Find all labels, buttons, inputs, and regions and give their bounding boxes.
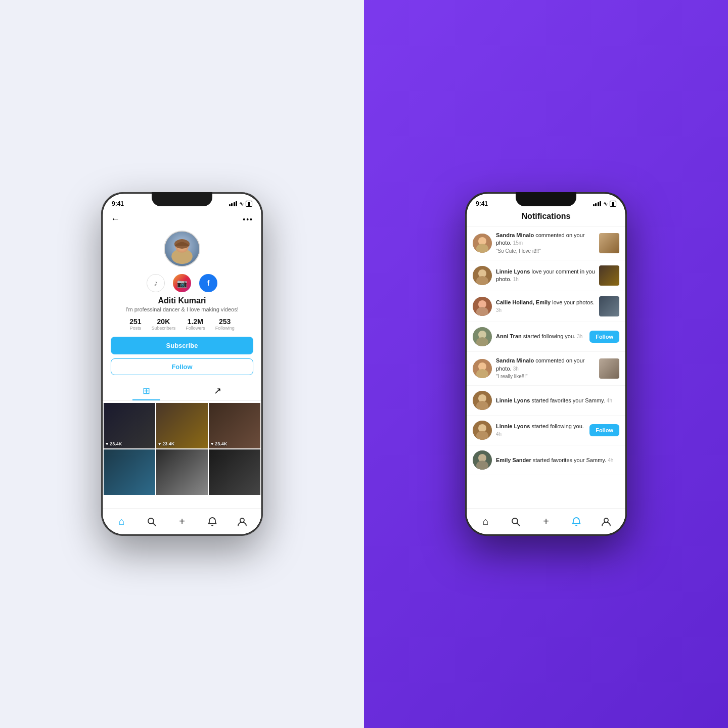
stat-followers-value: 1.2M [188, 317, 203, 326]
battery-icon: ▮ [246, 201, 252, 207]
grid-item-3[interactable]: ♥ 23.4K [209, 403, 260, 448]
svg-point-6 [240, 518, 244, 522]
nav-notif-right[interactable] [567, 513, 585, 531]
stat-following: 253 Following [215, 317, 235, 331]
time-left: 9:41 [112, 200, 124, 207]
nav-home-left[interactable]: ⌂ [113, 513, 131, 531]
svg-point-33 [604, 518, 608, 522]
notif-text-3: Callie Holland, Emily love your photos. … [496, 299, 595, 314]
nav-search-left[interactable] [143, 513, 161, 531]
avatar [164, 231, 200, 267]
notif-user-5: Sandra Minalo [496, 357, 534, 363]
tab-trending[interactable]: ↗ [204, 382, 232, 400]
notif-thumb-2 [599, 265, 619, 286]
notif-text-8: Emily Sander started favorites your Samm… [496, 457, 619, 464]
nav-add-left[interactable]: + [173, 513, 191, 531]
grid-item-6[interactable] [209, 449, 260, 495]
notif-thumb-3 [599, 296, 619, 316]
facebook-icon[interactable]: f [199, 274, 217, 292]
grid-item-1[interactable]: ♥ 23.4K [104, 403, 155, 448]
profile-avatar-area [103, 226, 261, 269]
notif-action-8: started favorites your Sammy. [533, 457, 608, 463]
profile-name: Aditi Kumari [103, 296, 261, 305]
notif-item-1: Sandra Minalo commented on your photo. 1… [467, 226, 625, 260]
notif-avatar-2 [473, 266, 492, 285]
bottom-nav-left: ⌂ + [103, 508, 261, 534]
notif-user-1: Sandra Minalo [496, 232, 534, 238]
notif-avatar-8 [473, 450, 492, 470]
social-icons-row: ♪ 📷 f [103, 274, 261, 292]
notif-text-6: Linnie Lyons started favorites your Samm… [496, 397, 619, 404]
notif-item-4: Anni Tran started following you. 3h Foll… [467, 322, 625, 352]
notif-avatar-4 [473, 327, 492, 346]
content-grid: ♥ 23.4K ♥ 23.4K ♥ 23.4K [103, 403, 261, 495]
status-icons-left: ∿ ▮ [229, 201, 253, 207]
notif-comment-1: "So Cute, I love it!!!" [496, 248, 541, 254]
follow-button[interactable]: Follow [111, 358, 253, 375]
wifi-icon-right: ∿ [603, 201, 608, 207]
subscribe-button[interactable]: Subscribe [111, 337, 253, 354]
notif-item-5: Sandra Minalo commented on your photo. 3… [467, 352, 625, 386]
grid-item-5[interactable] [156, 449, 208, 495]
notif-avatar-3 [473, 297, 492, 316]
nav-profile-right[interactable] [597, 513, 615, 531]
back-button[interactable]: ← [111, 214, 120, 224]
stats-row: 251 Posts 20K Subscribers 1.2M Followers… [103, 317, 261, 331]
notif-time-3: 3h [496, 307, 502, 313]
notif-user-3: Callie Holland, Emily [496, 299, 551, 305]
svg-line-32 [517, 523, 520, 526]
notif-avatar-7 [473, 421, 492, 440]
notif-time-5: 3h [513, 366, 519, 372]
stat-subscribers-value: 20K [157, 317, 170, 326]
profile-nav: ← ••• [103, 210, 261, 226]
profile-bio: I'm professinal dancer & I love making v… [103, 306, 261, 312]
notif-thumb-1 [599, 233, 619, 253]
notif-text-4: Anni Tran started following you. 3h [496, 333, 585, 340]
stat-posts-value: 251 [129, 317, 141, 326]
follow-button-7[interactable]: Follow [589, 424, 619, 436]
notif-avatar-6 [473, 391, 492, 410]
notif-item-6: Linnie Lyons started favorites your Samm… [467, 386, 625, 416]
left-panel: 9:41 ∿ ▮ ← ••• [0, 0, 364, 728]
heart-icon-2: ♥ [158, 441, 161, 446]
likes-1: 23.4K [110, 441, 122, 446]
signal-icon [229, 201, 238, 206]
notif-time-7: 4h [496, 431, 502, 437]
grid-item-2[interactable]: ♥ 23.4K [156, 403, 208, 448]
follow-button-4[interactable]: Follow [589, 331, 619, 343]
notif-text-1: Sandra Minalo commented on your photo. 1… [496, 232, 595, 255]
nav-profile-left[interactable] [233, 513, 251, 531]
nav-notif-left[interactable] [203, 513, 221, 531]
tiktok-icon[interactable]: ♪ [147, 274, 165, 292]
stat-posts: 251 Posts [129, 317, 141, 331]
stat-posts-label: Posts [130, 326, 142, 331]
notifications-screen: Notifications Sandra Min [467, 210, 625, 534]
battery-icon-right: ▮ [610, 201, 616, 207]
notif-user-7: Linnie Lyons [496, 423, 530, 429]
notif-time-6: 4h [607, 398, 612, 403]
svg-line-5 [153, 523, 156, 526]
grid-item-4[interactable] [104, 449, 155, 495]
notif-action-3: love your photos. [552, 299, 595, 305]
nav-home-right[interactable]: ⌂ [477, 513, 495, 531]
tab-grid[interactable]: ⊞ [132, 382, 160, 400]
stat-following-value: 253 [219, 317, 231, 326]
heart-icon-1: ♥ [106, 441, 108, 446]
likes-2: 23.4K [162, 441, 174, 446]
notch-right [516, 192, 576, 206]
notif-item-2: Linnie Lyons love your comment in you ph… [467, 260, 625, 291]
notif-avatar-5 [473, 359, 492, 378]
nav-search-right[interactable] [507, 513, 525, 531]
notif-user-4: Anni Tran [496, 333, 522, 339]
status-icons-right: ∿ ▮ [593, 201, 617, 207]
notif-user-8: Emily Sander [496, 457, 531, 463]
wifi-icon: ∿ [239, 201, 244, 207]
heart-icon-3: ♥ [211, 441, 213, 446]
nav-add-right[interactable]: + [537, 513, 555, 531]
instagram-icon[interactable]: 📷 [173, 274, 191, 292]
more-button[interactable]: ••• [243, 215, 253, 223]
stat-subscribers-label: Subscribers [152, 326, 176, 331]
notifications-list: Sandra Minalo commented on your photo. 1… [467, 226, 625, 508]
notch-left [152, 192, 212, 206]
notif-item-3: Callie Holland, Emily love your photos. … [467, 291, 625, 322]
